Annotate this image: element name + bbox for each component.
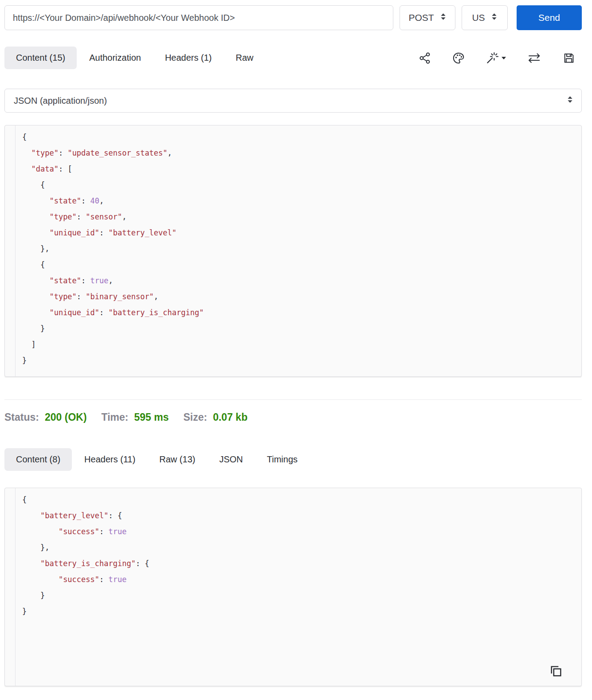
code-line: }, xyxy=(22,241,577,257)
code-line: } xyxy=(22,603,577,619)
tab-content-8[interactable]: Content (8) xyxy=(4,448,72,471)
code-line: { xyxy=(22,177,577,193)
code-line: } xyxy=(22,321,577,336)
code-line: ] xyxy=(22,336,577,352)
tab-json[interactable]: JSON xyxy=(208,448,254,471)
code-line: { xyxy=(22,257,577,273)
response-body-code: { "battery_level": { "success": true }, … xyxy=(16,488,581,686)
url-input[interactable] xyxy=(4,5,393,30)
code-line: "state": true, xyxy=(22,273,577,289)
copy-icon[interactable] xyxy=(549,664,564,680)
region-select-value: US xyxy=(472,12,485,23)
status-label: Status: xyxy=(4,411,39,423)
viewer-gutter xyxy=(5,488,16,686)
request-body-code[interactable]: { "type": "update_sensor_states", "data"… xyxy=(16,125,581,376)
request-bar: POST US Send xyxy=(4,5,582,30)
code-line: "state": 40, xyxy=(22,193,577,209)
code-line: "battery_level": { xyxy=(22,508,577,524)
code-line: } xyxy=(22,587,577,603)
code-line: "unique_id": "battery_is_charging" xyxy=(22,305,577,321)
code-line: } xyxy=(22,352,577,368)
code-line: "type": "update_sensor_states", xyxy=(22,145,577,161)
code-line: "unique_id": "battery_level" xyxy=(22,225,577,241)
editor-gutter xyxy=(5,125,16,376)
content-type-select[interactable]: JSON (application/json) xyxy=(4,89,582,113)
method-select[interactable]: POST xyxy=(400,5,455,30)
api-client-page: POST US Send Content (15)AuthorizationHe… xyxy=(0,0,592,686)
tab-raw-13[interactable]: Raw (13) xyxy=(148,448,207,471)
share-icon[interactable] xyxy=(418,51,431,65)
code-line: }, xyxy=(22,540,577,555)
response-tabs-row: Content (8)Headers (11)Raw (13)JSONTimin… xyxy=(4,448,582,471)
code-line: "success": true xyxy=(22,571,577,587)
swap-arrows-icon[interactable] xyxy=(527,51,542,65)
tab-raw[interactable]: Raw xyxy=(224,47,265,69)
size-label: Size: xyxy=(184,411,208,423)
updown-caret-icon xyxy=(491,12,498,23)
tab-headers-1[interactable]: Headers (1) xyxy=(153,47,223,69)
code-line: { xyxy=(22,129,577,145)
code-line: "type": "binary_sensor", xyxy=(22,289,577,305)
tab-timings[interactable]: Timings xyxy=(255,448,309,471)
tab-headers-11[interactable]: Headers (11) xyxy=(73,448,147,471)
status-value: 200 (OK) xyxy=(45,411,87,423)
toolbar xyxy=(418,51,582,65)
updown-caret-icon xyxy=(440,12,447,23)
send-button[interactable]: Send xyxy=(517,5,582,30)
code-line: "type": "sensor", xyxy=(22,209,577,225)
tab-authorization[interactable]: Authorization xyxy=(78,47,153,69)
code-line: "success": true xyxy=(22,524,577,540)
response-tabs: Content (8)Headers (11)Raw (13)JSONTimin… xyxy=(4,448,309,471)
code-line: "data": [ xyxy=(22,161,577,177)
size-value: 0.07 kb xyxy=(213,411,247,423)
region-select[interactable]: US xyxy=(462,5,508,30)
time-value: 595 ms xyxy=(134,411,169,423)
dropdown-caret-icon xyxy=(501,56,506,60)
code-line: "battery_is_charging": { xyxy=(22,555,577,571)
request-body-editor[interactable]: { "type": "update_sensor_states", "data"… xyxy=(4,125,582,377)
time-label: Time: xyxy=(102,411,129,423)
palette-icon[interactable] xyxy=(452,51,465,65)
magic-wand-icon[interactable] xyxy=(486,51,506,65)
save-icon[interactable] xyxy=(562,51,576,65)
request-tabs: Content (15)AuthorizationHeaders (1)Raw xyxy=(4,47,265,69)
tab-content-15[interactable]: Content (15) xyxy=(4,47,77,69)
content-type-select-value: JSON (application/json) xyxy=(14,96,107,106)
method-select-value: POST xyxy=(408,12,434,23)
section-divider xyxy=(4,399,582,400)
response-status-row: Status: 200 (OK) Time: 595 ms Size: 0.07… xyxy=(4,411,582,423)
request-tabs-row: Content (15)AuthorizationHeaders (1)Raw xyxy=(4,47,582,69)
code-line: { xyxy=(22,492,577,508)
updown-caret-icon xyxy=(567,95,573,106)
response-body-viewer: { "battery_level": { "success": true }, … xyxy=(4,488,582,686)
